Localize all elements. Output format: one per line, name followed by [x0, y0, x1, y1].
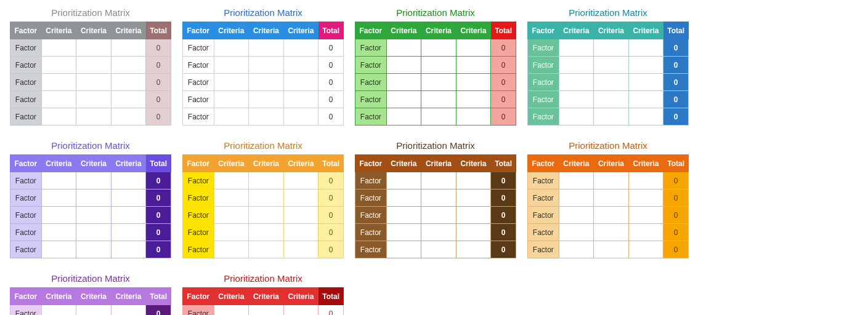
criteria-cell — [386, 91, 421, 108]
criteria-cell — [76, 172, 112, 189]
total-cell: 0 — [491, 241, 516, 258]
criteria-cell — [214, 57, 249, 74]
matrix-table: FactorCriteriaCriteriaCriteriaTotalFacto… — [527, 154, 689, 258]
total-cell: 0 — [491, 39, 516, 57]
col-criteria: Criteria — [41, 288, 76, 305]
factor-cell: Factor — [528, 224, 559, 241]
criteria-cell — [594, 207, 629, 224]
table-row: Factor0 — [10, 172, 171, 189]
matrix-table: FactorCriteriaCriteriaCriteriaTotalFacto… — [182, 287, 344, 315]
matrix-table: FactorCriteriaCriteriaCriteriaTotalFacto… — [10, 287, 171, 315]
criteria-cell — [386, 74, 421, 91]
factor-cell: Factor — [355, 57, 387, 74]
criteria-cell — [214, 74, 249, 91]
col-criteria: Criteria — [41, 155, 76, 172]
col-criteria: Criteria — [249, 155, 284, 172]
criteria-cell — [283, 57, 318, 74]
table-row: Factor0 — [183, 39, 344, 57]
criteria-cell — [283, 91, 318, 108]
matrix-brown: Prioritization MatrixFactorCriteriaCrite… — [355, 140, 516, 258]
matrix-grid: Prioritization MatrixFactorCriteriaCrite… — [10, 7, 858, 315]
matrix-title: Prioritization Matrix — [527, 7, 689, 18]
criteria-cell — [559, 189, 594, 207]
table-row: Factor0 — [10, 305, 171, 316]
criteria-cell — [41, 189, 76, 207]
col-criteria: Criteria — [421, 155, 456, 172]
criteria-cell — [76, 91, 112, 108]
criteria-cell — [559, 224, 594, 241]
criteria-cell — [594, 241, 629, 258]
table-row: Factor0 — [10, 57, 171, 74]
total-cell: 0 — [146, 189, 171, 207]
criteria-cell — [283, 189, 318, 207]
criteria-cell — [628, 189, 663, 207]
criteria-cell — [41, 39, 76, 57]
criteria-cell — [41, 207, 76, 224]
criteria-cell — [41, 224, 76, 241]
matrix-table: FactorCriteriaCriteriaCriteriaTotalFacto… — [182, 154, 344, 258]
total-cell: 0 — [491, 57, 516, 74]
criteria-cell — [628, 108, 663, 126]
criteria-cell — [111, 172, 146, 189]
factor-cell: Factor — [528, 57, 559, 74]
criteria-cell — [386, 241, 421, 258]
criteria-cell — [76, 241, 112, 258]
criteria-cell — [559, 91, 594, 108]
factor-cell: Factor — [355, 189, 387, 207]
col-total: Total — [146, 22, 171, 39]
criteria-cell — [386, 39, 421, 57]
total-cell: 0 — [663, 189, 689, 207]
criteria-cell — [456, 224, 491, 241]
col-total: Total — [318, 288, 344, 305]
table-row: Factor0 — [355, 224, 516, 241]
factor-cell: Factor — [355, 224, 387, 241]
table-row: Factor0 — [10, 39, 171, 57]
criteria-cell — [628, 172, 663, 189]
criteria-cell — [559, 74, 594, 91]
table-row: Factor0 — [528, 172, 689, 189]
criteria-cell — [76, 74, 112, 91]
criteria-cell — [249, 224, 284, 241]
table-row: Factor0 — [183, 189, 344, 207]
table-row: Factor0 — [183, 74, 344, 91]
col-criteria: Criteria — [628, 22, 663, 39]
table-row: Factor0 — [355, 207, 516, 224]
total-cell: 0 — [318, 241, 344, 258]
col-criteria: Criteria — [214, 288, 249, 305]
criteria-cell — [41, 91, 76, 108]
table-row: Factor0 — [183, 57, 344, 74]
factor-cell: Factor — [183, 108, 214, 126]
col-total: Total — [318, 155, 344, 172]
criteria-cell — [249, 305, 284, 316]
col-total: Total — [491, 22, 516, 39]
criteria-cell — [249, 241, 284, 258]
col-criteria: Criteria — [214, 155, 249, 172]
criteria-cell — [628, 74, 663, 91]
table-row: Factor0 — [10, 224, 171, 241]
table-row: Factor0 — [10, 91, 171, 108]
criteria-cell — [76, 189, 112, 207]
factor-cell: Factor — [528, 241, 559, 258]
col-factor: Factor — [183, 22, 214, 39]
col-criteria: Criteria — [76, 22, 112, 39]
total-cell: 0 — [146, 241, 171, 258]
total-cell: 0 — [663, 108, 689, 126]
criteria-cell — [421, 91, 456, 108]
criteria-cell — [421, 74, 456, 91]
criteria-cell — [111, 207, 146, 224]
matrix-table: FactorCriteriaCriteriaCriteriaTotalFacto… — [527, 22, 689, 126]
matrix-gray: Prioritization MatrixFactorCriteriaCrite… — [10, 7, 171, 126]
total-cell: 0 — [318, 172, 344, 189]
matrix-title: Prioritization Matrix — [182, 7, 344, 18]
criteria-cell — [111, 305, 146, 316]
criteria-cell — [421, 224, 456, 241]
criteria-cell — [456, 74, 491, 91]
criteria-cell — [559, 207, 594, 224]
total-cell: 0 — [491, 224, 516, 241]
criteria-cell — [559, 241, 594, 258]
criteria-cell — [41, 108, 76, 126]
criteria-cell — [283, 108, 318, 126]
total-cell: 0 — [146, 172, 171, 189]
criteria-cell — [76, 224, 112, 241]
matrix-title: Prioritization Matrix — [182, 140, 344, 151]
